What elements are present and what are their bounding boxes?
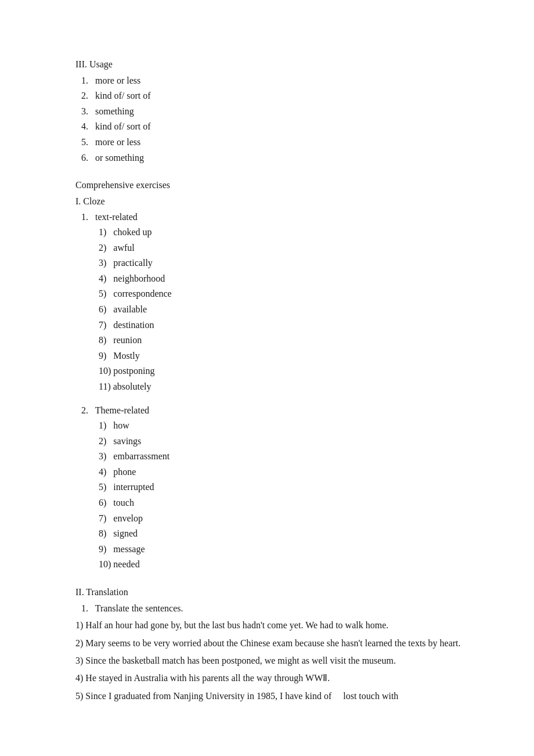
sentence-1: 1) Half an hour had gone by, but the las… (75, 618, 464, 633)
list-item: 8) signed (99, 526, 464, 541)
list-item: 6. or something (81, 150, 464, 165)
list-item: 7) destination (99, 318, 464, 333)
sentence-3: 3) Since the basketball match has been p… (75, 653, 464, 668)
comprehensive-title: Comprehensive exercises (75, 178, 464, 193)
list-item: 5) interrupted (99, 480, 464, 495)
list-item: 11) absolutely (99, 379, 464, 394)
list-item: 4) phone (99, 465, 464, 480)
sentence-5: 5) Since I graduated from Nanjing Univer… (75, 689, 464, 704)
text-related-label: 1. text-related (81, 210, 464, 225)
list-item: 2. kind of/ sort of (81, 88, 464, 103)
list-item: 6) available (99, 302, 464, 317)
list-item: 9) message (99, 542, 464, 557)
cloze-title: I. Cloze (75, 194, 464, 209)
text-related-list: 1) choked up 2) awful 3) practically 4) … (99, 225, 464, 394)
translation-title: II. Translation (75, 585, 464, 600)
list-item: 2) savings (99, 434, 464, 449)
list-item: 3. something (81, 104, 464, 119)
theme-related-list: 1) how 2) savings 3) embarrassment 4) ph… (99, 418, 464, 572)
comprehensive-section: Comprehensive exercises I. Cloze 1. text… (75, 178, 464, 572)
list-item: 8) reunion (99, 333, 464, 348)
list-item: 5. more or less (81, 135, 464, 150)
list-item: 10) postponing (99, 363, 464, 379)
list-item: 2) awful (99, 240, 464, 255)
list-item: 9) Mostly (99, 348, 464, 363)
list-item: 10) needed (99, 557, 464, 572)
list-item: 6) touch (99, 495, 464, 510)
list-item: 3) embarrassment (99, 449, 464, 464)
page-content: III. Usage 1. more or less 2. kind of/ s… (75, 57, 464, 704)
list-item: 3) practically (99, 255, 464, 271)
list-item: 4) neighborhood (99, 271, 464, 286)
list-item: 1. more or less (81, 73, 464, 88)
usage-section: III. Usage 1. more or less 2. kind of/ s… (75, 57, 464, 165)
list-item: 4. kind of/ sort of (81, 119, 464, 134)
usage-title: III. Usage (75, 57, 464, 72)
list-item: 5) correspondence (99, 286, 464, 301)
list-item: 7) envelop (99, 511, 464, 526)
list-item: 1) choked up (99, 225, 464, 240)
list-item: 1) how (99, 418, 464, 433)
sentence-4: 4) He stayed in Australia with his paren… (75, 671, 464, 686)
translate-subtitle: 1. Translate the sentences. (81, 601, 464, 616)
theme-related-label: 2. Theme-related (81, 403, 464, 418)
usage-list: 1. more or less 2. kind of/ sort of 3. s… (81, 73, 464, 165)
sentence-2: 2) Mary seems to be very worried about t… (75, 636, 464, 651)
translation-section: II. Translation 1. Translate the sentenc… (75, 585, 464, 704)
